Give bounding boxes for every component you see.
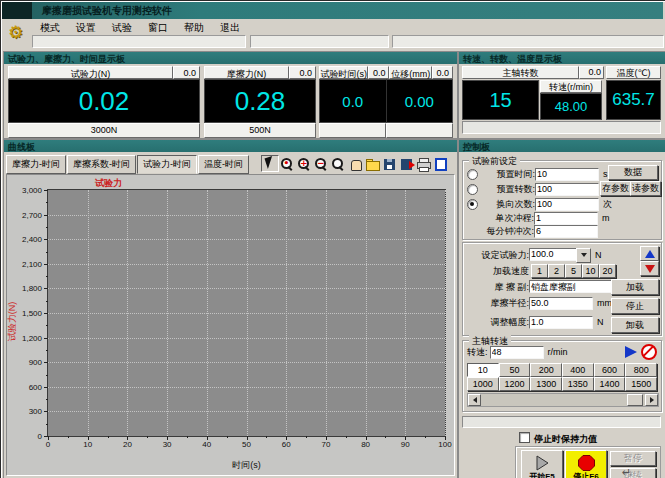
xtick	[167, 436, 168, 440]
ytick minor	[46, 301, 48, 302]
tab-试验力-时间[interactable]: 试验力-时间	[137, 155, 197, 174]
export-icon[interactable]	[399, 157, 415, 172]
load-speed-button-1[interactable]: 1	[531, 264, 548, 278]
preset-reversals-input[interactable]	[535, 198, 599, 211]
xtick	[247, 436, 248, 440]
data-button[interactable]: 数据	[608, 165, 658, 180]
print-icon[interactable]	[416, 157, 432, 172]
force-up-button[interactable]	[640, 246, 659, 261]
menu-item-退出[interactable]: 退出	[212, 20, 248, 36]
scrollbar-track[interactable]	[481, 394, 645, 406]
menu-item-帮助[interactable]: 帮助	[176, 20, 212, 36]
speed-option-1300[interactable]: 1300	[530, 377, 562, 391]
temperature-label: 温度(℃)	[606, 66, 661, 79]
zoom-in-icon[interactable]: +	[297, 157, 313, 172]
control-panel-divider-field	[462, 416, 661, 428]
load-button[interactable]: 加载	[611, 279, 659, 295]
zoom-dot-icon[interactable]: •	[280, 157, 296, 172]
preset-revs-radio[interactable]	[467, 184, 478, 195]
unload-button[interactable]: 卸载	[611, 317, 659, 333]
force-down-button[interactable]	[640, 261, 659, 276]
spindle-stop-icon[interactable]	[641, 344, 657, 360]
zoom-out-icon[interactable]: −	[314, 157, 330, 172]
hold-force-checkbox-row[interactable]: 停止时保持力值	[519, 432, 597, 446]
zoom-icon[interactable]	[331, 157, 347, 172]
preset-time-radio[interactable]	[467, 169, 478, 180]
read-params-button[interactable]: 读参数	[630, 181, 661, 196]
set-force-combobox[interactable]: 100.0	[529, 248, 591, 263]
menu-item-设置[interactable]: 设置	[68, 20, 104, 36]
scrollbar-left-button[interactable]	[468, 394, 481, 406]
preset-revs-label: 预置转数:	[480, 183, 535, 196]
friction-pair-label: 摩 擦 副:	[467, 281, 529, 294]
ytl: 900	[29, 358, 42, 367]
cursor-icon[interactable]	[261, 155, 279, 172]
stop-octagon-icon	[578, 455, 595, 471]
speed-option-800[interactable]: 800	[625, 363, 657, 377]
scrollbar-right-button[interactable]	[645, 394, 658, 406]
preset-revs-input[interactable]	[535, 183, 599, 196]
speed-options-scrollbar[interactable]	[467, 393, 659, 407]
speed-option-1200[interactable]: 1200	[499, 377, 531, 391]
pause-button[interactable]: 暂停	[610, 451, 656, 466]
speed-option-1350[interactable]: 1350	[562, 377, 594, 391]
preset-reversals-label: 换向次数:	[480, 198, 535, 211]
adjust-step-input[interactable]	[529, 316, 593, 329]
load-speed-button-20[interactable]: 20	[599, 264, 616, 278]
speed-option-50[interactable]: 50	[499, 363, 531, 377]
apply-speed-arrow-icon[interactable]	[625, 346, 637, 358]
xtl: 60	[282, 440, 291, 449]
speed-option-10[interactable]: 10	[467, 363, 499, 377]
preset-row-strokes-per-min: 每分钟冲次:	[467, 224, 657, 238]
chart-plot-area[interactable]: 03006009001,2001,5001,8002,1002,4002,700…	[47, 189, 446, 437]
load-speed-button-2[interactable]: 2	[548, 264, 565, 278]
menu-item-试验[interactable]: 试验	[104, 20, 140, 36]
displacement-display: 0.00	[387, 79, 454, 123]
start-button[interactable]: 开始F5	[521, 450, 563, 478]
menu-area: ⚙ 模式设置试验窗口帮助退出	[2, 19, 663, 50]
ytl: 0	[38, 432, 42, 441]
preset-stroke-input[interactable]	[534, 212, 598, 225]
spindle-speed-input[interactable]	[490, 346, 544, 359]
preset-spm-input[interactable]	[534, 225, 598, 238]
speed-option-1400[interactable]: 1400	[594, 377, 626, 391]
status-field-1	[32, 35, 246, 48]
speed-option-600[interactable]: 600	[594, 363, 626, 377]
speed-option-1000[interactable]: 1000	[467, 377, 499, 391]
load-speed-buttons: 1251020	[531, 264, 616, 278]
save-params-button[interactable]: 存参数	[600, 181, 631, 196]
preset-reversals-radio[interactable]	[467, 199, 478, 210]
tab-摩擦力-时间[interactable]: 摩擦力-时间	[6, 155, 66, 174]
vgrid	[286, 190, 287, 436]
preset-row-stroke: 单次冲程: m	[467, 211, 657, 225]
open-folder-icon[interactable]	[365, 157, 381, 172]
menu-item-窗口[interactable]: 窗口	[140, 20, 176, 36]
xtl: 50	[242, 440, 251, 449]
speed-option-1500[interactable]: 1500	[625, 377, 657, 391]
preset-time-input[interactable]	[535, 168, 599, 181]
pan-hand-icon[interactable]	[348, 157, 364, 172]
tab-摩擦系数-时间[interactable]: 摩擦系数-时间	[67, 155, 136, 174]
save-icon[interactable]	[382, 157, 398, 172]
resume-button[interactable]: 继续	[610, 468, 656, 478]
friction-radius-label: 摩擦半径:	[467, 297, 529, 310]
load-speed-button-5[interactable]: 5	[565, 264, 582, 278]
stop-button-label: 停止F6	[573, 471, 598, 478]
stop-load-button[interactable]: 停止	[611, 298, 659, 314]
speed-option-400[interactable]: 400	[562, 363, 594, 377]
hold-force-checkbox[interactable]	[519, 432, 530, 443]
xtl: 80	[361, 440, 370, 449]
scrollbar-thumb[interactable]	[627, 394, 643, 406]
speed-option-200[interactable]: 200	[530, 363, 562, 377]
load-speed-button-10[interactable]: 10	[582, 264, 599, 278]
friction-radius-input[interactable]	[529, 297, 593, 310]
copy-icon[interactable]	[433, 157, 449, 172]
xtick minor	[425, 436, 426, 438]
temperature-display: 635.7	[606, 80, 661, 120]
friction-pair-value: 销盘摩擦副	[529, 280, 618, 293]
stop-button[interactable]: 停止F6	[565, 450, 607, 478]
preset-stroke-label: 单次冲程:	[479, 212, 534, 225]
set-force-dropdown-icon[interactable]	[576, 248, 591, 263]
menu-item-模式[interactable]: 模式	[32, 20, 68, 36]
tab-温度-时间[interactable]: 温度-时间	[198, 155, 249, 174]
